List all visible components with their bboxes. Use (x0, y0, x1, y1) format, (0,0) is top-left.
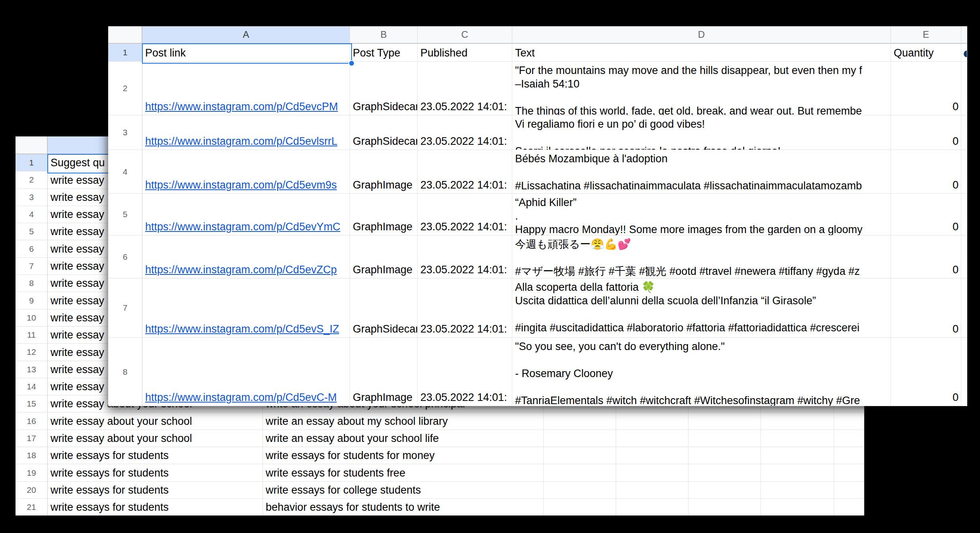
cell-header-published[interactable]: Published (418, 44, 512, 62)
cell-header-quantity[interactable]: Quantity (891, 44, 961, 62)
cell-suggest-query[interactable]: write essays for students (48, 499, 263, 515)
cell-published[interactable]: 23.05.2022 14:01: (418, 235, 512, 278)
cell-post-link[interactable]: https://www.instagram.com/p/Cd5evYmC (142, 194, 350, 235)
row-header-1[interactable]: 1 (108, 44, 142, 62)
cell-text[interactable]: "For the mountains may move and the hill… (512, 62, 891, 115)
cell-suggest-query[interactable]: write essays for students (48, 464, 263, 481)
row-header-2[interactable]: 2 (16, 171, 48, 189)
cell-post-type[interactable]: GraphSidecar (350, 115, 418, 150)
row-header-14[interactable]: 14 (16, 378, 48, 395)
cell-published[interactable]: 23.05.2022 14:01: (418, 194, 512, 235)
cell-suggest-query[interactable]: write essay about your school (48, 430, 263, 447)
cell-header-post-type[interactable]: Post Type (350, 44, 418, 62)
cell-quantity[interactable]: 0 (891, 194, 961, 235)
cell-empty[interactable] (761, 464, 834, 481)
cell-suggestion[interactable]: write essays for students free (263, 464, 544, 481)
cell-text[interactable]: “Aphid Killer”.Happy macro Monday!! Some… (512, 194, 891, 235)
cell-suggestion[interactable]: write an essay about your school life (263, 430, 544, 447)
cell-suggestion[interactable]: write essays for students for money (263, 447, 544, 464)
column-header-A[interactable]: A (142, 26, 350, 44)
cell-published[interactable]: 23.05.2022 14:01: (418, 338, 512, 406)
cell-suggest-query[interactable]: write essay about your school (48, 413, 263, 430)
cell-post-type[interactable]: GraphImage (350, 338, 418, 406)
column-header-C[interactable]: C (418, 26, 512, 44)
cell-empty[interactable] (616, 482, 688, 499)
cell-post-link[interactable]: https://www.instagram.com/p/Cd5evm9s (142, 150, 350, 194)
cell-empty[interactable] (616, 447, 688, 464)
cell-empty[interactable] (834, 447, 864, 464)
row-header-8[interactable]: 8 (16, 275, 48, 292)
cell-quantity[interactable]: 0 (891, 235, 961, 278)
cell-post-type[interactable]: GraphImage (350, 235, 418, 278)
row-header-5[interactable]: 5 (16, 223, 48, 240)
row-header-20[interactable]: 20 (16, 482, 48, 499)
row-header-15[interactable]: 15 (16, 395, 48, 412)
cell-published[interactable]: 23.05.2022 14:01: (418, 115, 512, 150)
row-header-4[interactable]: 4 (16, 206, 48, 223)
cell-empty[interactable] (761, 499, 834, 515)
cell-empty[interactable] (761, 413, 834, 430)
cell-post-link[interactable]: https://www.instagram.com/p/Cd5evC-M (142, 338, 350, 406)
sheet-corner-select-all[interactable] (16, 136, 48, 154)
cell-empty[interactable] (834, 430, 864, 447)
cell-published[interactable]: 23.05.2022 14:01: (418, 150, 512, 194)
cell-empty[interactable] (961, 150, 967, 194)
cell-empty[interactable] (544, 430, 616, 447)
row-header-12[interactable]: 12 (16, 344, 48, 361)
cell-empty[interactable] (688, 482, 761, 499)
cell-quantity[interactable]: 0 (891, 278, 961, 338)
cell-empty[interactable] (961, 115, 967, 150)
cell-empty[interactable] (761, 482, 834, 499)
cell-empty[interactable] (961, 278, 967, 338)
cell-empty[interactable] (616, 430, 688, 447)
row-header-1[interactable]: 1 (16, 154, 48, 171)
cell-empty[interactable] (761, 430, 834, 447)
cell-quantity[interactable]: 0 (891, 62, 961, 115)
cell-quantity[interactable]: 0 (891, 150, 961, 194)
row-header-10[interactable]: 10 (16, 309, 48, 327)
cell-empty[interactable] (834, 464, 864, 481)
cell-empty[interactable] (616, 499, 688, 515)
row-header-7[interactable]: 7 (16, 258, 48, 275)
cell-post-type[interactable]: GraphImage (350, 194, 418, 235)
cell-empty[interactable] (761, 447, 834, 464)
cell-empty[interactable] (834, 499, 864, 515)
cell-post-link[interactable]: https://www.instagram.com/p/Cd5evcPM (142, 62, 350, 115)
cell-empty[interactable] (616, 464, 688, 481)
cell-text[interactable]: Vi regaliamo fiori e un po’ di good vibe… (512, 115, 891, 150)
cell-empty[interactable] (961, 235, 967, 278)
row-header-3[interactable]: 3 (16, 189, 48, 206)
cell-post-link[interactable]: https://www.instagram.com/p/Cd5evZCp (142, 235, 350, 278)
cell-header-post-link[interactable]: Post link (142, 44, 350, 62)
cell-suggest-query[interactable]: write essays for students (48, 447, 263, 464)
cell-empty[interactable] (544, 482, 616, 499)
cell-empty[interactable] (961, 194, 967, 235)
row-header-18[interactable]: 18 (16, 447, 48, 464)
row-header-6[interactable]: 6 (108, 235, 142, 278)
row-header-3[interactable]: 3 (108, 115, 142, 150)
cell-header-text[interactable]: Text (512, 44, 891, 62)
cell-empty[interactable] (834, 482, 864, 499)
row-header-5[interactable]: 5 (108, 194, 142, 235)
row-header-7[interactable]: 7 (108, 278, 142, 338)
cell-suggestion[interactable]: write an essay about my school library (263, 413, 544, 430)
cell-text[interactable]: 今週も頑張るー😤💪💕#マザー牧場 #旅行 #千葉 #観光 #ootd #trav… (512, 235, 891, 278)
cell-empty[interactable] (688, 499, 761, 515)
row-header-6[interactable]: 6 (16, 241, 48, 258)
sheet-corner-select-all[interactable] (108, 26, 142, 44)
row-header-19[interactable]: 19 (16, 464, 48, 481)
cell-empty[interactable] (688, 430, 761, 447)
cell-empty[interactable] (544, 447, 616, 464)
cell-empty[interactable] (688, 413, 761, 430)
cell-text[interactable]: Bébés Mozambique à l'adoption#Lissachati… (512, 150, 891, 194)
cell-quantity[interactable]: 0 (891, 338, 961, 406)
cell-empty[interactable] (961, 62, 967, 115)
column-header-B[interactable]: B (350, 26, 418, 44)
cell-empty[interactable] (688, 464, 761, 481)
row-header-21[interactable]: 21 (16, 499, 48, 515)
cell-post-type[interactable]: GraphSidecar (350, 62, 418, 115)
cell-empty[interactable] (688, 447, 761, 464)
column-header-D[interactable]: D (512, 26, 891, 44)
cell-suggest-query[interactable]: write essays for students (48, 482, 263, 499)
cell-published[interactable]: 23.05.2022 14:01: (418, 278, 512, 338)
